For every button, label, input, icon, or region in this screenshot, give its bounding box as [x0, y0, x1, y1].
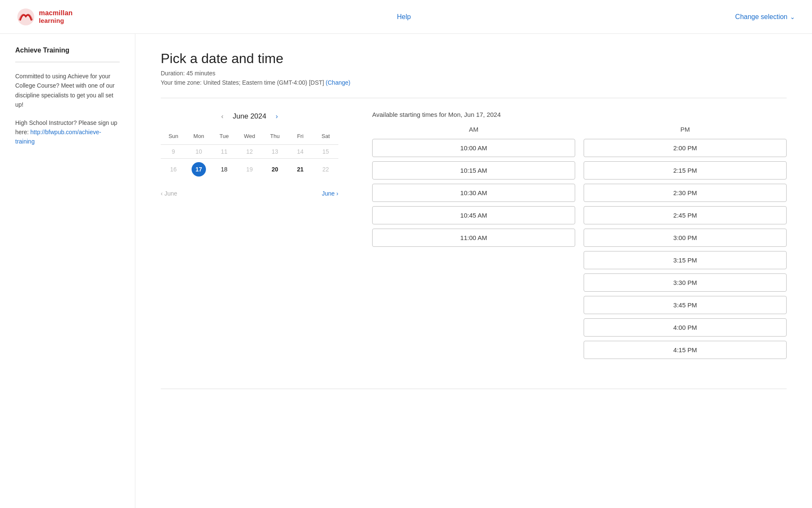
day-header-mon: Mon: [186, 130, 211, 145]
sidebar-body2: High School Instructor? Please sign up h…: [15, 118, 120, 146]
times-container: Available starting times for Mon, Jun 17…: [372, 111, 787, 363]
calendar-times-layout: ‹ June 2024 › Sun Mon Tue Wed Thu Fri S: [161, 111, 787, 363]
logo-area: macmillan learning: [17, 8, 73, 26]
time-slot-415pm[interactable]: 4:15 PM: [584, 341, 787, 359]
day-header-wed: Wed: [237, 130, 262, 145]
time-slot-215pm[interactable]: 2:15 PM: [584, 161, 787, 179]
duration-text: Duration: 45 minutes: [161, 70, 787, 77]
main-layout: Achieve Training Committed to using Achi…: [0, 34, 812, 508]
page-title: Pick a date and time: [161, 51, 787, 66]
chevron-down-icon: ⌄: [790, 14, 795, 20]
page-footer: [161, 389, 787, 398]
calendar-footer-prev[interactable]: ‹ June: [161, 190, 177, 197]
calendar-footer: ‹ June June ›: [161, 188, 338, 197]
calendar-day-13: 13: [262, 145, 288, 159]
calendar-day-14: 14: [288, 145, 313, 159]
calendar-grid: Sun Mon Tue Wed Thu Fri Sat 9 10: [161, 130, 338, 180]
chevron-right-icon: ›: [336, 190, 338, 197]
time-slot-230pm[interactable]: 2:30 PM: [584, 184, 787, 202]
calendar-header: ‹ June 2024 ›: [161, 111, 338, 122]
calendar-day-16: 16: [161, 159, 186, 180]
sidebar-body1: Committed to using Achieve for your Coll…: [15, 72, 120, 110]
day-header-thu: Thu: [262, 130, 288, 145]
chevron-left-icon: ‹: [161, 190, 163, 197]
time-slot-1015am[interactable]: 10:15 AM: [372, 161, 575, 179]
time-slot-200pm[interactable]: 2:00 PM: [584, 139, 787, 157]
time-slot-245pm[interactable]: 2:45 PM: [584, 206, 787, 224]
calendar-day-15: 15: [313, 145, 338, 159]
calendar-day-21[interactable]: 21: [288, 159, 313, 180]
time-slot-1030am[interactable]: 10:30 AM: [372, 184, 575, 202]
help-link[interactable]: Help: [397, 13, 411, 21]
day-header-sat: Sat: [313, 130, 338, 145]
time-slot-1000am[interactable]: 10:00 AM: [372, 139, 575, 157]
day-header-sun: Sun: [161, 130, 186, 145]
time-slot-300pm[interactable]: 3:00 PM: [584, 229, 787, 247]
time-slot-330pm[interactable]: 3:30 PM: [584, 273, 787, 292]
macmillan-logo-icon: [17, 8, 35, 26]
calendar-week-1: 9 10 11 12 13 14 15: [161, 145, 338, 159]
calendar-prev-button[interactable]: ‹: [219, 111, 226, 122]
logo-text: macmillan learning: [39, 9, 73, 25]
calendar-day-10: 10: [186, 145, 211, 159]
time-slot-315pm[interactable]: 3:15 PM: [584, 251, 787, 269]
times-header: Available starting times for Mon, Jun 17…: [372, 111, 787, 118]
change-selection-button[interactable]: Change selection ⌄: [735, 13, 795, 21]
time-slot-400pm[interactable]: 4:00 PM: [584, 318, 787, 337]
am-label: AM: [372, 126, 575, 133]
main-content: Pick a date and time Duration: 45 minute…: [135, 34, 812, 508]
calendar-day-18[interactable]: 18: [211, 159, 237, 180]
day-header-tue: Tue: [211, 130, 237, 145]
header: macmillan learning Help Change selection…: [0, 0, 812, 34]
next-month-label: June: [322, 190, 335, 197]
timezone-change-link[interactable]: (Change): [326, 79, 350, 86]
calendar-footer-next[interactable]: June ›: [322, 190, 338, 197]
calendar-day-11: 11: [211, 145, 237, 159]
times-columns: AM 10:00 AM 10:15 AM 10:30 AM 10:45 AM 1…: [372, 126, 787, 363]
sidebar-title: Achieve Training: [15, 47, 120, 54]
calendar-day-12: 12: [237, 145, 262, 159]
calendar-day-17[interactable]: 17: [186, 159, 211, 180]
calendar-day-20[interactable]: 20: [262, 159, 288, 180]
calendar-container: ‹ June 2024 › Sun Mon Tue Wed Thu Fri S: [161, 111, 338, 197]
time-slot-1100am[interactable]: 11:00 AM: [372, 229, 575, 247]
times-pm-column: PM 2:00 PM 2:15 PM 2:30 PM 2:45 PM 3:00 …: [584, 126, 787, 363]
times-am-column: AM 10:00 AM 10:15 AM 10:30 AM 10:45 AM 1…: [372, 126, 575, 363]
time-slot-1045am[interactable]: 10:45 AM: [372, 206, 575, 224]
calendar-month-label: June 2024: [233, 112, 266, 121]
time-slot-345pm[interactable]: 3:45 PM: [584, 296, 787, 314]
sidebar: Achieve Training Committed to using Achi…: [0, 34, 135, 508]
calendar-day-22: 22: [313, 159, 338, 180]
calendar-week-2: 16 17 18 19 20 21 22: [161, 159, 338, 180]
sidebar-divider: [15, 62, 120, 62]
calendar-next-button[interactable]: ›: [273, 111, 280, 122]
pm-label: PM: [584, 126, 787, 133]
calendar-days-header: Sun Mon Tue Wed Thu Fri Sat: [161, 130, 338, 145]
content-divider: [161, 98, 787, 98]
prev-month-label: June: [165, 190, 177, 197]
calendar-day-9: 9: [161, 145, 186, 159]
day-header-fri: Fri: [288, 130, 313, 145]
calendar-day-19: 19: [237, 159, 262, 180]
timezone-text: Your time zone: United States; Eastern t…: [161, 79, 787, 86]
